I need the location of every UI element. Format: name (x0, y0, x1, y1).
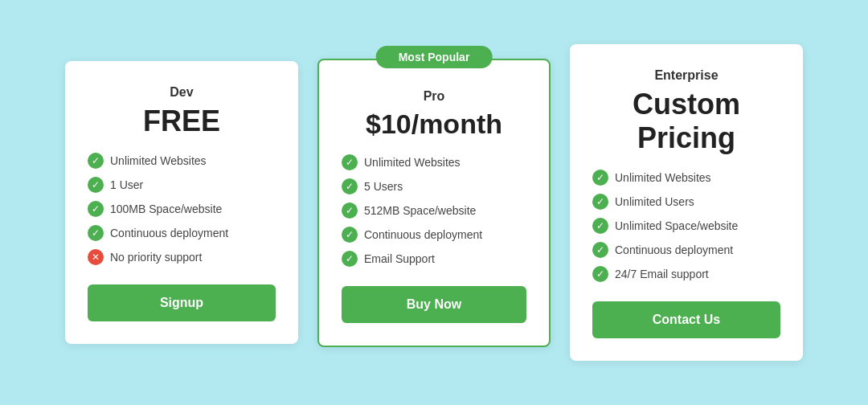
check-icon: ✓ (342, 251, 358, 267)
check-icon: ✓ (592, 218, 608, 234)
card-title-pro: Pro (342, 89, 526, 104)
feature-item: ✓ Email Support (342, 251, 526, 267)
check-icon: ✓ (592, 170, 608, 186)
check-icon: ✓ (342, 178, 358, 194)
check-icon: ✓ (88, 153, 104, 169)
feature-text: Unlimited Websites (364, 156, 461, 169)
feature-item: ✓ Continuous deployment (88, 225, 276, 241)
feature-text: 100MB Space/website (110, 202, 222, 215)
feature-text: Unlimited Space/website (615, 219, 738, 232)
card-title-dev: Dev (88, 85, 276, 100)
card-enterprise: EnterpriseCustom Pricing ✓ Unlimited Web… (570, 44, 803, 361)
feature-text: Continuous deployment (615, 243, 733, 256)
popular-badge: Most Popular (376, 46, 493, 68)
card-price-enterprise: Custom Pricing (592, 88, 780, 155)
feature-text: 1 User (110, 178, 143, 191)
feature-item: ✓ 24/7 Email support (592, 266, 780, 282)
feature-text: Unlimited Websites (615, 171, 711, 184)
check-icon: ✓ (342, 227, 358, 243)
feature-item: ✓ 100MB Space/website (88, 201, 276, 217)
feature-item: ✓ Continuous deployment (592, 242, 780, 258)
feature-item: ✓ Unlimited Websites (342, 154, 526, 170)
feature-text: 512MB Space/website (364, 204, 476, 217)
feature-item: ✓ Continuous deployment (342, 227, 526, 243)
feature-item: ✓ Unlimited Websites (88, 153, 276, 169)
feature-item: ✓ Unlimited Users (592, 194, 780, 210)
feature-item: ✓ 1 User (88, 177, 276, 193)
feature-text: Continuous deployment (364, 228, 482, 241)
check-icon: ✓ (88, 225, 104, 241)
cross-icon: ✕ (88, 249, 104, 265)
feature-text: 5 Users (364, 180, 403, 193)
card-price-pro: $10/month (342, 108, 526, 140)
check-icon: ✓ (88, 177, 104, 193)
card-price-dev: FREE (88, 104, 276, 138)
feature-text: No priority support (110, 251, 202, 264)
feature-item: ✓ 512MB Space/website (342, 202, 526, 219)
feature-item: ✓ Unlimited Space/website (592, 218, 780, 234)
check-icon: ✓ (592, 194, 608, 210)
cta-button-dev[interactable]: Signup (88, 284, 276, 321)
pricing-container: DevFREE ✓ Unlimited Websites ✓ 1 User ✓ … (0, 12, 868, 393)
check-icon: ✓ (592, 266, 608, 282)
features-list-dev: ✓ Unlimited Websites ✓ 1 User ✓ 100MB Sp… (88, 153, 276, 265)
feature-item: ✓ Unlimited Websites (592, 170, 780, 186)
feature-item: ✕ No priority support (88, 249, 276, 265)
feature-text: Continuous deployment (110, 227, 228, 239)
check-icon: ✓ (342, 154, 358, 170)
features-list-pro: ✓ Unlimited Websites ✓ 5 Users ✓ 512MB S… (342, 154, 526, 267)
check-icon: ✓ (88, 201, 104, 217)
check-icon: ✓ (342, 202, 358, 219)
card-dev: DevFREE ✓ Unlimited Websites ✓ 1 User ✓ … (65, 61, 298, 344)
feature-text: Unlimited Users (615, 195, 694, 208)
features-list-enterprise: ✓ Unlimited Websites ✓ Unlimited Users ✓… (592, 170, 780, 282)
card-title-enterprise: Enterprise (592, 68, 780, 83)
feature-text: Unlimited Websites (110, 154, 207, 167)
card-pro: Most PopularPro$10/month ✓ Unlimited Web… (317, 59, 551, 347)
feature-text: Email Support (364, 252, 435, 265)
cta-button-pro[interactable]: Buy Now (342, 286, 526, 323)
cta-button-enterprise[interactable]: Contact Us (592, 301, 780, 338)
check-icon: ✓ (592, 242, 608, 258)
feature-item: ✓ 5 Users (342, 178, 526, 194)
feature-text: 24/7 Email support (615, 268, 709, 280)
